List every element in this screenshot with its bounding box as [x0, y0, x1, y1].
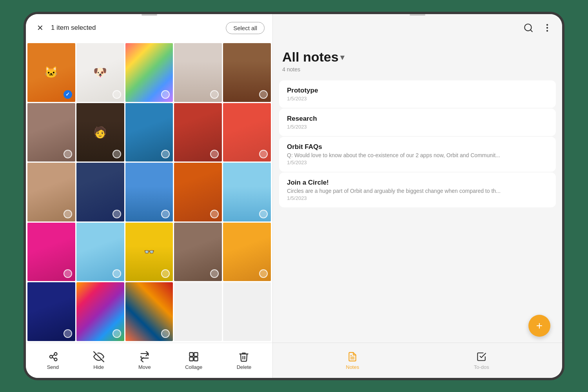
- todos-icon: [476, 351, 487, 362]
- svg-rect-8: [190, 357, 193, 361]
- selection-indicator: [259, 210, 268, 218]
- photo-cell[interactable]: [223, 103, 271, 162]
- tablet-inner: ✕ 1 item selected Select all 🐱 ✓ 🐶: [26, 14, 562, 378]
- svg-point-14: [547, 31, 548, 31]
- note-date: 1/5/2023: [287, 195, 548, 201]
- selection-indicator: [210, 90, 219, 99]
- move-icon: [139, 351, 150, 362]
- selection-indicator: [113, 329, 121, 338]
- selection-indicator: [113, 90, 121, 99]
- note-item[interactable]: Join a Circle! Circles are a huge part o…: [279, 172, 556, 207]
- selection-indicator: [161, 210, 170, 218]
- svg-rect-7: [194, 352, 198, 356]
- photo-cell[interactable]: [125, 282, 173, 341]
- note-date: 1/5/2023: [287, 124, 548, 130]
- selection-indicator: [64, 210, 72, 218]
- selection-indicator: [64, 150, 72, 158]
- photo-grid: 🐱 ✓ 🐶: [26, 42, 272, 343]
- photo-cell[interactable]: [174, 223, 222, 281]
- tablet-frame: ✕ 1 item selected Select all 🐱 ✓ 🐶: [24, 12, 564, 380]
- fab-button[interactable]: +: [528, 315, 550, 337]
- selection-indicator: [64, 329, 72, 338]
- photo-cell[interactable]: [27, 282, 75, 341]
- toolbar-send-label: Send: [47, 364, 59, 370]
- photo-cell[interactable]: [223, 163, 271, 221]
- notes-header: [273, 14, 562, 42]
- photo-cell[interactable]: [27, 223, 75, 281]
- selection-indicator: [161, 90, 170, 99]
- toolbar-move-label: Move: [138, 364, 151, 370]
- collage-icon: [188, 351, 199, 362]
- photo-cell[interactable]: [223, 43, 271, 102]
- svg-point-13: [547, 27, 548, 28]
- note-item[interactable]: Research 1/5/2023: [279, 109, 556, 136]
- svg-line-11: [530, 30, 532, 32]
- toolbar-delete[interactable]: Delete: [237, 351, 252, 370]
- notes-panel: All notes ▾ 4 notes Prototype 1/5/2023 R…: [273, 14, 562, 378]
- notes-scroll-indicator: [410, 14, 425, 16]
- close-button[interactable]: ✕: [34, 22, 46, 34]
- svg-rect-6: [190, 352, 193, 356]
- photo-cell[interactable]: [125, 103, 173, 162]
- svg-line-3: [52, 354, 54, 356]
- photo-cell-empty: [174, 282, 222, 341]
- photo-cell[interactable]: [76, 163, 124, 221]
- photo-cell[interactable]: 👓: [125, 223, 173, 281]
- notes-title-section: All notes ▾ 4 notes: [273, 42, 562, 77]
- photo-cell[interactable]: [27, 103, 75, 162]
- photo-cell[interactable]: [174, 103, 222, 162]
- selected-count-label: 1 item selected: [51, 24, 96, 32]
- close-icon: ✕: [37, 23, 44, 33]
- photo-cell[interactable]: [125, 163, 173, 221]
- photo-cell[interactable]: [174, 43, 222, 102]
- note-date: 1/5/2023: [287, 160, 548, 165]
- hide-icon: [93, 351, 104, 362]
- svg-rect-9: [194, 357, 198, 361]
- toolbar-send[interactable]: Send: [47, 351, 59, 370]
- select-all-button[interactable]: Select all: [226, 22, 265, 34]
- photo-cell[interactable]: [76, 223, 124, 281]
- toolbar-todos[interactable]: To-dos: [474, 351, 489, 370]
- note-item[interactable]: Prototype 1/5/2023: [279, 80, 556, 108]
- notes-list: Prototype 1/5/2023 Research 1/5/2023 Orb…: [273, 77, 562, 343]
- toolbar-hide[interactable]: Hide: [93, 351, 104, 370]
- note-title: Prototype: [287, 87, 548, 94]
- toolbar-notes[interactable]: Notes: [346, 351, 359, 370]
- photo-cell[interactable]: [76, 282, 124, 341]
- photo-cell[interactable]: 🧑: [76, 103, 124, 162]
- notes-title[interactable]: All notes ▾: [282, 49, 553, 65]
- photo-cell[interactable]: [125, 43, 173, 102]
- selection-indicator: [113, 269, 121, 278]
- selection-indicator: [161, 329, 170, 338]
- send-icon: [47, 351, 58, 362]
- toolbar-collage[interactable]: Collage: [185, 351, 202, 370]
- photo-cell[interactable]: [223, 223, 271, 281]
- photo-cell[interactable]: 🐶: [76, 43, 124, 102]
- note-preview: Circles are a huge part of Orbit and arg…: [287, 188, 548, 194]
- selection-indicator: [210, 269, 219, 278]
- note-item[interactable]: Orbit FAQs Q: Would love to know about t…: [279, 137, 556, 172]
- gallery-scroll-indicator: [142, 14, 157, 16]
- photo-cell[interactable]: 🐱 ✓: [27, 43, 75, 102]
- note-title: Orbit FAQs: [287, 143, 548, 151]
- gallery-panel: ✕ 1 item selected Select all 🐱 ✓ 🐶: [26, 14, 273, 378]
- fab-plus-icon: +: [536, 320, 543, 331]
- notes-toolbar: Notes To-dos: [273, 343, 562, 378]
- selection-indicator: ✓: [64, 90, 72, 99]
- toolbar-hide-label: Hide: [93, 364, 104, 370]
- gallery-header: ✕ 1 item selected Select all: [26, 14, 272, 42]
- selection-indicator: [259, 269, 268, 278]
- more-button[interactable]: [542, 22, 553, 33]
- selection-indicator: [113, 210, 121, 218]
- notes-icon: [347, 351, 358, 362]
- selection-indicator: [259, 150, 268, 158]
- gallery-header-left: ✕ 1 item selected: [34, 22, 96, 34]
- selection-indicator: [64, 269, 72, 278]
- selection-indicator: [161, 150, 170, 158]
- toolbar-notes-label: Notes: [346, 364, 359, 370]
- search-button[interactable]: [523, 22, 534, 33]
- photo-cell[interactable]: [27, 163, 75, 221]
- selection-indicator: [259, 90, 268, 99]
- photo-cell[interactable]: [174, 163, 222, 221]
- toolbar-move[interactable]: Move: [138, 351, 151, 370]
